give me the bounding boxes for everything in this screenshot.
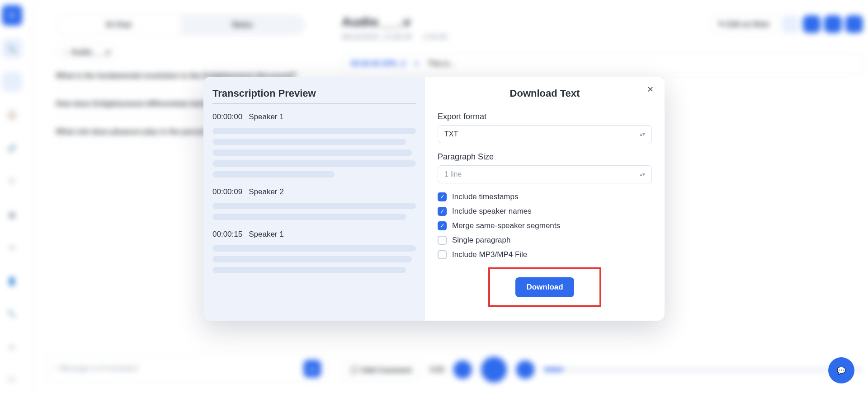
segment-header: 00:00:15Speaker 1 xyxy=(212,230,416,239)
placeholder-line xyxy=(212,160,416,167)
export-format-select[interactable]: TXT ▴▾ xyxy=(438,125,652,143)
select-chevron-icon: ▴▾ xyxy=(640,172,645,177)
segment-header: 00:00:09Speaker 2 xyxy=(212,187,416,196)
export-format-label: Export format xyxy=(438,112,652,121)
export-format-value: TXT xyxy=(444,130,458,138)
chat-fab[interactable]: 💬 xyxy=(828,357,854,383)
checkbox-row[interactable]: ✓Include speaker names xyxy=(438,207,652,216)
chat-icon: 💬 xyxy=(837,366,846,375)
placeholder-line xyxy=(212,149,412,156)
preview-segment: 00:00:00Speaker 1 xyxy=(212,112,416,177)
checkbox-row[interactable]: Include MP3/MP4 File xyxy=(438,250,652,259)
placeholder-line xyxy=(212,139,406,145)
preview-title: Transcription Preview xyxy=(212,88,416,103)
segment-header: 00:00:00Speaker 1 xyxy=(212,112,416,121)
segment-speaker: Speaker 1 xyxy=(249,112,284,121)
checkbox[interactable] xyxy=(438,236,447,245)
checkbox[interactable] xyxy=(438,250,447,259)
placeholder-line xyxy=(212,214,406,220)
download-highlight-box: Download xyxy=(488,267,601,307)
checkbox-row[interactable]: Single paragraph xyxy=(438,236,652,245)
checkbox-row[interactable]: ✓Include timestamps xyxy=(438,192,652,201)
modal-title: Download Text xyxy=(438,88,652,99)
paragraph-size-label: Paragraph Size xyxy=(438,152,652,162)
placeholder-line xyxy=(212,128,416,134)
checkbox[interactable]: ✓ xyxy=(438,221,447,230)
checkbox-label: Include MP3/MP4 File xyxy=(452,250,527,259)
segment-speaker: Speaker 1 xyxy=(249,230,284,239)
modal-overlay: ✕ Transcription Preview 00:00:00Speaker … xyxy=(0,0,868,397)
segment-time: 00:00:09 xyxy=(212,187,242,196)
checkbox[interactable]: ✓ xyxy=(438,192,447,201)
paragraph-size-select[interactable]: 1 line ▴▾ xyxy=(438,165,652,183)
placeholder-line xyxy=(212,203,416,209)
download-text-modal: ✕ Transcription Preview 00:00:00Speaker … xyxy=(203,77,665,321)
placeholder-line xyxy=(212,171,335,177)
checkbox-label: Merge same-speaker segments xyxy=(452,221,560,230)
download-form-pane: Download Text Export format TXT ▴▾ Parag… xyxy=(425,77,665,321)
transcription-preview-pane: Transcription Preview 00:00:00Speaker 10… xyxy=(203,77,425,321)
checkbox-label: Include speaker names xyxy=(452,207,532,216)
checkbox-label: Single paragraph xyxy=(452,236,510,245)
preview-segment: 00:00:15Speaker 1 xyxy=(212,230,416,273)
select-chevron-icon: ▴▾ xyxy=(640,131,645,137)
preview-segment: 00:00:09Speaker 2 xyxy=(212,187,416,220)
segment-time: 00:00:00 xyxy=(212,112,242,121)
checkbox-row[interactable]: ✓Merge same-speaker segments xyxy=(438,221,652,230)
checkbox[interactable]: ✓ xyxy=(438,207,447,216)
segment-speaker: Speaker 2 xyxy=(249,187,284,196)
placeholder-line xyxy=(212,267,406,273)
close-button[interactable]: ✕ xyxy=(645,84,656,95)
placeholder-line xyxy=(212,256,412,262)
placeholder-line xyxy=(212,245,416,252)
checkbox-label: Include timestamps xyxy=(452,192,518,201)
segment-time: 00:00:15 xyxy=(212,230,242,239)
paragraph-size-value: 1 line xyxy=(444,170,462,178)
download-button[interactable]: Download xyxy=(515,277,574,297)
